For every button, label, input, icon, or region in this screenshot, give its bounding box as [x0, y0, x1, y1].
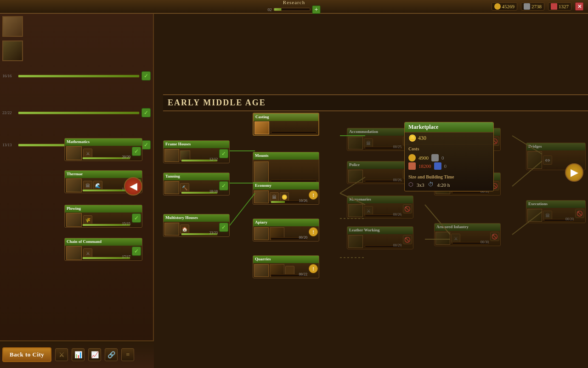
avatar-1[interactable] [2, 16, 23, 37]
tech-mercenaries[interactable]: Mercenaries ⚔ 00/26 🚫 [347, 196, 413, 218]
popup-costs-section: 4900 0 18200 0 [405, 152, 493, 172]
hammer-icon [524, 3, 530, 10]
tech-quarries-header: Quarries [253, 256, 319, 263]
bottom-icon-5[interactable]: ≡ [121, 348, 134, 361]
tech-tanning-count: 18/18 [209, 190, 218, 194]
popup-gold-value: 430 [418, 135, 426, 142]
tech-quarries-thumb [254, 264, 269, 277]
bottom-icon-4[interactable]: 🔗 [105, 348, 118, 361]
tech-mathematics-thumb [66, 146, 82, 160]
tech-plowing[interactable]: Plowing 🌾 15/15 ✓ [64, 205, 142, 228]
tech-mathematics-check: ✓ [132, 147, 141, 156]
tech-armored-infantry[interactable]: Armored Infantry ⚔ 00/30 🚫 [434, 223, 501, 246]
tech-leather-working-count: 00/29 [393, 243, 401, 247]
tech-thermae-icon2: 🏛 [83, 181, 92, 190]
tech-executions-header: Executions [526, 201, 585, 208]
tech-leather-working[interactable]: Leather Working 00/29 🚫 [347, 226, 413, 249]
popup-costs-label: Costs [405, 144, 493, 152]
sidebar-count-2: 22/22 [2, 110, 16, 115]
tech-thermae-header: Thermae [65, 171, 142, 178]
tech-mercenaries-count: 00/26 [393, 213, 401, 217]
tech-economy-count: 10/26 [299, 199, 307, 203]
tech-multistory-check: ✓ [219, 223, 228, 232]
left-sidebar: 16/16 ✓ 22/22 ✓ 13/13 ✓ Mathematics ⚔ [0, 14, 154, 368]
back-to-city-button[interactable]: Back to City [2, 347, 51, 362]
topbar-right: 45269 2738 1327 ✕ [492, 2, 588, 11]
gold-icon [494, 3, 501, 10]
tech-police[interactable]: Police 00/26 🚫 [347, 161, 413, 184]
tech-accommodation-header: Accommodation [347, 128, 413, 136]
tech-economy-icon3: 🪙 [280, 192, 289, 201]
bottom-icon-1[interactable]: ⚔ [55, 348, 68, 361]
tech-thermae-icon3: 🌊 [93, 181, 102, 190]
popup-title: Marketplace [405, 122, 493, 132]
tech-economy-icon2: 🏛 [270, 192, 279, 201]
close-button[interactable]: ✕ [575, 2, 583, 11]
tech-plowing-count: 15/15 [122, 222, 130, 226]
sidebar-count-1: 16/16 [2, 74, 16, 78]
tech-armored-infantry-count: 00/30 [481, 240, 489, 244]
nav-left-arrow[interactable]: ◀ [124, 177, 142, 196]
tech-plowing-header: Plowing [65, 205, 142, 213]
check-1: ✓ [141, 71, 151, 80]
tech-accommodation[interactable]: Accommodation 🏛 00/25 🚫 [347, 128, 413, 151]
tech-mounts-thumb [254, 161, 269, 182]
tech-apiary-count: 00/20 [299, 236, 307, 240]
tech-police-thumb [348, 170, 363, 183]
avatar-2[interactable] [2, 40, 23, 61]
tech-accommodation-icon: 🏛 [364, 138, 373, 148]
tech-mercenaries-lock: 🚫 [403, 204, 412, 213]
tech-casting-thumb [254, 121, 269, 134]
tech-bridges-thumb [527, 151, 542, 169]
nav-right-arrow[interactable]: ▶ [565, 163, 583, 182]
bottom-icon-3[interactable]: 📈 [88, 348, 101, 361]
tech-chain-of-command-icon2: ⚔ [83, 248, 92, 258]
tech-frame-houses-header: Frame Houses [164, 141, 229, 148]
tech-thermae-thumb [66, 178, 82, 192]
tech-mounts-header: Mounts [253, 152, 319, 160]
tech-economy[interactable]: Economy 🏛 🪙 10/26 ! [253, 182, 319, 205]
tech-plowing-check: ✓ [132, 213, 141, 223]
tech-executions-lock: 🚫 [575, 209, 584, 218]
tech-chain-of-command[interactable]: Chain of Command ⚔ 17/17 ✓ [64, 238, 142, 261]
cost-gold-icon [408, 154, 416, 161]
tech-executions[interactable]: Executions 🏛 00/20 🚫 [526, 200, 586, 223]
tech-plowing-icon2: 🌾 [83, 215, 92, 224]
tech-executions-count: 00/20 [565, 217, 574, 221]
tech-accommodation-thumb [348, 137, 363, 150]
research-plus-button[interactable]: + [312, 6, 321, 14]
marketplace-popup: Marketplace 🪙 430 Costs 4900 0 18200 0 S… [404, 122, 494, 191]
tech-quarries-count: 00/22 [299, 272, 307, 276]
popup-size-label: Size and Building Time [405, 172, 493, 180]
tech-casting-bar [271, 131, 317, 134]
research-title: Research [283, 0, 305, 5]
popup-gold-icon: 🪙 [408, 134, 416, 142]
tech-casting[interactable]: Casting [253, 113, 319, 136]
tech-multistory-count: 23/23 [209, 231, 218, 235]
popup-time-icon: ⏱ [428, 181, 434, 188]
tech-mercenaries-thumb [348, 204, 363, 217]
tech-multistory-houses[interactable]: Multistory Houses 🏠 23/23 ✓ [163, 214, 230, 237]
research-progress-label: 02 [268, 7, 272, 12]
cost-1-val: 4900 [418, 155, 429, 161]
tech-frame-houses[interactable]: Frame Houses 12/12 ✓ [163, 140, 230, 163]
tech-mathematics-icon2: ⚔ [83, 149, 92, 158]
check-3: ✓ [141, 140, 151, 150]
topbar: Research 02 + 45269 2738 1327 ✕ [0, 0, 588, 14]
bottom-icon-2[interactable]: 📊 [72, 348, 85, 361]
cost-row-1: 4900 0 [408, 154, 490, 161]
tech-apiary-header: Apiary [253, 219, 319, 226]
tech-multistory-houses-thumb [164, 223, 179, 236]
era-label: EARLY MIDDLE AGE [163, 94, 588, 111]
tech-apiary[interactable]: Apiary 00/20 ! [253, 218, 319, 242]
hammer-value: 2738 [531, 4, 542, 9]
sidebar-count-3: 13/13 [2, 143, 16, 147]
tech-accommodation-count: 00/25 [393, 145, 401, 149]
gold-resource: 45269 [492, 2, 518, 11]
tech-mercenaries-icon: ⚔ [364, 206, 373, 215]
tech-mounts[interactable]: Mounts [253, 152, 319, 184]
tech-quarries[interactable]: Quarries 00/22 ! [253, 255, 319, 278]
tech-tanning[interactable]: Tanning 🔨 18/18 ✓ [163, 172, 230, 196]
tech-mathematics[interactable]: Mathematics ⚔ 20/20 ✓ [64, 138, 142, 161]
tech-police-header: Police [347, 161, 413, 169]
